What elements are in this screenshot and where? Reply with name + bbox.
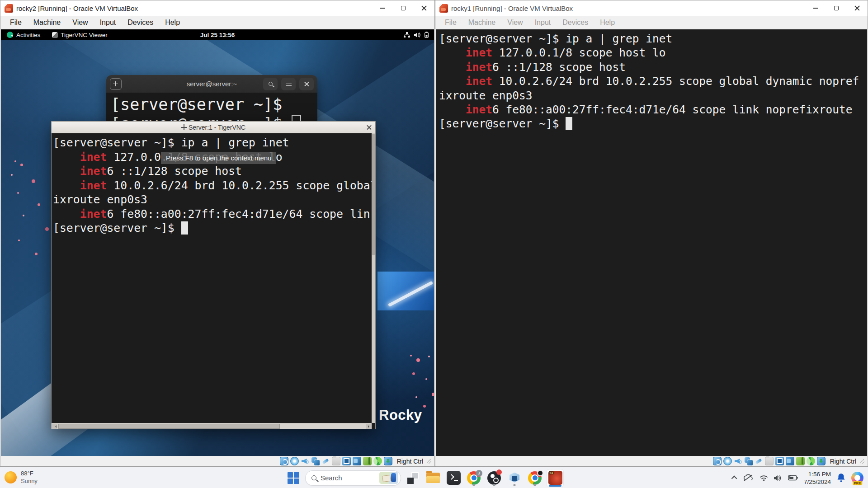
- vm-window-icon: 64: [548, 471, 562, 485]
- menu-view[interactable]: View: [501, 19, 528, 27]
- activities-button[interactable]: Activities: [16, 32, 40, 38]
- optical-disk-icon[interactable]: [723, 457, 732, 465]
- keyboard-capture-icon[interactable]: [817, 457, 826, 465]
- chrome-profile1-button[interactable]: J: [465, 469, 482, 487]
- mouse-integration-icon[interactable]: [807, 457, 815, 465]
- usb-icon[interactable]: [321, 457, 330, 465]
- audio-icon[interactable]: [301, 457, 309, 465]
- vnc-title-bar[interactable]: Server:1 - TigerVNC: [52, 122, 375, 133]
- menu-file[interactable]: File: [4, 19, 28, 27]
- menu-devices[interactable]: Devices: [557, 19, 594, 27]
- menu-file[interactable]: File: [439, 19, 462, 27]
- scroll-right-arrow[interactable]: [366, 424, 371, 429]
- vm-window-button[interactable]: 64: [547, 469, 564, 487]
- vm-screen-rocky2[interactable]: Rocky Activities TigerVNC Viewer Jul 25 …: [1, 29, 434, 456]
- new-tab-button[interactable]: [110, 78, 122, 90]
- network-icon[interactable]: [744, 457, 753, 465]
- terminal-menu-button[interactable]: [281, 78, 296, 90]
- task-view-button[interactable]: [404, 469, 421, 487]
- obs-studio-button[interactable]: [486, 469, 503, 487]
- chrome-icon: J: [467, 471, 481, 485]
- gnome-clock[interactable]: Jul 25 13:56: [200, 32, 235, 38]
- title-bar[interactable]: rocky1 [Running] - Oracle VM VirtualBox: [435, 0, 868, 16]
- onedrive-icon[interactable]: [743, 474, 754, 482]
- menu-view[interactable]: View: [66, 19, 94, 27]
- tigervnc-window[interactable]: Server:1 - TigerVNC [server@server ~]$ i…: [51, 121, 376, 429]
- horizontal-scrollbar[interactable]: [52, 423, 372, 429]
- menu-input[interactable]: Input: [529, 19, 557, 27]
- terminal-close-button[interactable]: [299, 78, 314, 90]
- terminal-line: ixroute enp0s3: [439, 89, 867, 103]
- focused-app-menu[interactable]: TigerVNC Viewer: [61, 32, 108, 38]
- terminal-line: [server@server ~]$ ip a | grep inet: [439, 32, 867, 46]
- mouse-integration-icon[interactable]: [373, 457, 382, 465]
- scroll-left-arrow[interactable]: [52, 424, 57, 429]
- recording-icon[interactable]: [353, 457, 361, 465]
- file-explorer-button[interactable]: [425, 469, 442, 487]
- gnome-system-tray[interactable]: [404, 32, 429, 38]
- scrollbar-thumb[interactable]: [372, 134, 375, 255]
- maximize-button[interactable]: [826, 0, 847, 16]
- optical-disk-icon[interactable]: [290, 457, 299, 465]
- audio-icon[interactable]: [734, 457, 742, 465]
- windows-logo-icon: [288, 472, 299, 484]
- tray-time: 1:56 PM: [804, 470, 831, 478]
- vnc-terminal-content[interactable]: [server@server ~]$ ip a | grep inet inet…: [52, 133, 372, 423]
- close-button[interactable]: [847, 0, 868, 16]
- menu-help[interactable]: Help: [594, 19, 621, 27]
- weather-widget[interactable]: 88°F Sunny: [5, 469, 38, 485]
- terminal-app-button[interactable]: [445, 469, 462, 487]
- minimize-button[interactable]: [805, 0, 826, 16]
- resize-grip[interactable]: [427, 459, 431, 464]
- hdd-icon[interactable]: [280, 457, 288, 465]
- vertical-scrollbar[interactable]: [372, 133, 375, 423]
- chrome-icon: [528, 471, 542, 485]
- vm-screen-rocky1[interactable]: [server@server ~]$ ip a | grep inet inet…: [436, 29, 867, 456]
- shared-folders-icon[interactable]: [765, 457, 774, 465]
- menu-input[interactable]: Input: [94, 19, 122, 27]
- virtualbox-app-icon: [5, 4, 13, 13]
- volume-icon[interactable]: [774, 475, 782, 481]
- hdd-icon[interactable]: [713, 457, 722, 465]
- usb-icon[interactable]: [755, 457, 763, 465]
- virtualbox-button[interactable]: [506, 469, 523, 487]
- terminal-title-bar[interactable]: server@server:~: [106, 75, 317, 93]
- features-icon[interactable]: [363, 457, 372, 465]
- maximize-icon: [401, 6, 406, 10]
- tray-overflow-chevron-icon[interactable]: [731, 476, 737, 482]
- recording-icon[interactable]: [786, 457, 794, 465]
- menu-machine[interactable]: Machine: [462, 19, 501, 27]
- maximize-button[interactable]: [393, 0, 414, 16]
- features-icon[interactable]: [796, 457, 805, 465]
- minimize-button[interactable]: [372, 0, 393, 16]
- display-icon[interactable]: [342, 457, 351, 465]
- terminal-search-button[interactable]: [263, 78, 278, 90]
- taskbar-clock[interactable]: 1:56 PM 7/25/2024: [804, 470, 831, 486]
- start-button[interactable]: [285, 469, 302, 487]
- search-box[interactable]: Search: [305, 470, 401, 486]
- copilot-icon[interactable]: PRE: [851, 472, 863, 484]
- host-key-label: Right Ctrl: [397, 458, 423, 465]
- scrollbar-thumb[interactable]: [58, 424, 280, 429]
- network-icon[interactable]: [311, 457, 320, 465]
- notification-bell-icon[interactable]: [837, 473, 845, 483]
- menu-machine[interactable]: Machine: [28, 19, 66, 27]
- title-bar[interactable]: rocky2 [Running] - Oracle VM VirtualBox: [0, 0, 434, 16]
- wifi-icon[interactable]: [760, 475, 768, 481]
- vbox-status-bar: Right Ctrl: [436, 456, 867, 466]
- vnc-close-button[interactable]: [367, 125, 372, 130]
- battery-icon[interactable]: [788, 475, 798, 481]
- display-icon[interactable]: [775, 457, 784, 465]
- menu-help[interactable]: Help: [159, 19, 186, 27]
- terminal-content[interactable]: [server@server ~]$ ip a | grep inet inet…: [436, 29, 867, 456]
- keyboard-capture-icon[interactable]: [384, 457, 392, 465]
- chrome-profile2-button[interactable]: [526, 469, 543, 487]
- resize-grip[interactable]: [860, 459, 864, 464]
- terminal-title: server@server:~: [187, 80, 237, 88]
- menu-devices[interactable]: Devices: [122, 19, 159, 27]
- shared-folders-icon[interactable]: [332, 457, 340, 465]
- notification-dot: [496, 469, 502, 475]
- vnc-terminal-text: [server@server ~]$ ip a | grep inet inet…: [52, 133, 372, 235]
- running-indicator: [514, 484, 516, 486]
- close-button[interactable]: [414, 0, 434, 16]
